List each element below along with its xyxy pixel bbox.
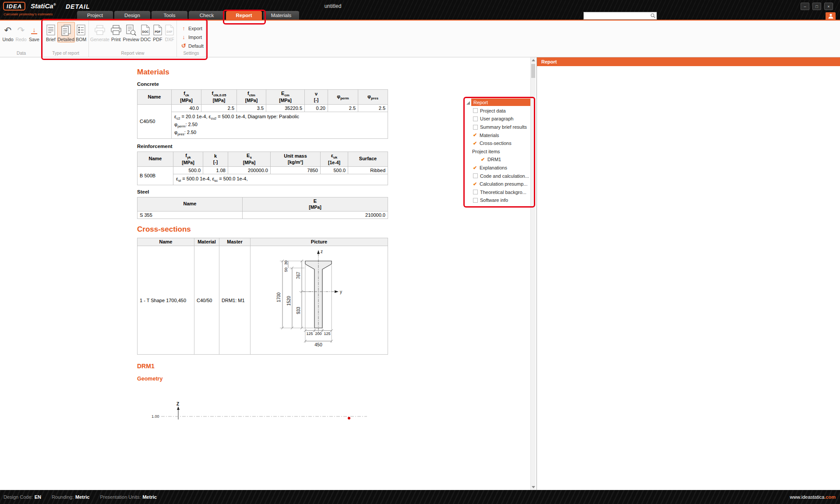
ribbon-group-type-of-report: Brief Detailed BOM Type of report [43, 21, 89, 57]
search-input[interactable] [584, 13, 650, 19]
scroll-up-icon[interactable] [532, 59, 535, 61]
tree-item-report[interactable]: Report [471, 99, 531, 106]
material-name-cell: B 500B [138, 166, 173, 185]
ribbon-tabs: Project Design Tools Check Report Materi… [77, 11, 299, 20]
user-account-button[interactable] [826, 12, 836, 21]
export-dxf-button[interactable]: DXF DXF [164, 22, 176, 42]
header-cell: E[MPa] [243, 197, 388, 211]
tab-tools[interactable]: Tools [152, 11, 187, 20]
close-button[interactable]: × [824, 3, 833, 10]
tab-design[interactable]: Design [114, 11, 150, 20]
tab-project[interactable]: Project [77, 11, 113, 20]
header-cell: Es[MPa] [228, 152, 271, 166]
checkbox-unchecked[interactable] [473, 108, 478, 113]
tree-item-project-data[interactable]: Project data [466, 107, 531, 115]
logo-statica: StatiCa® [31, 2, 56, 10]
search-box [583, 12, 657, 20]
dim-450: 450 [314, 342, 322, 347]
design-code-status: Design Code: EN [4, 494, 41, 500]
tree-item-summary-brief-results[interactable]: Summary brief results [466, 123, 531, 131]
checkbox-unchecked[interactable] [473, 116, 478, 121]
tab-check[interactable]: Check [189, 11, 225, 20]
logo-tagline: Calculate yesterday's estimates [4, 12, 53, 16]
material-notes-cell: εc2 = 20.0 1e-4, εcu2 = 500.0 1e-4, Diag… [172, 112, 388, 138]
dim-125-right: 125 [324, 331, 330, 336]
print-button[interactable]: Print [109, 22, 122, 42]
tree-group-project-items: Project items [466, 148, 531, 156]
checkbox-unchecked[interactable] [473, 198, 478, 203]
preview-button[interactable]: Preview [122, 22, 139, 42]
save-button[interactable]: ↓ Save [28, 22, 41, 42]
minimize-button[interactable]: – [801, 3, 809, 10]
tree-item-code-and-calculation[interactable]: Code and calculation... [466, 172, 531, 180]
scroll-down-icon[interactable] [532, 486, 535, 488]
checkbox-unchecked[interactable] [473, 190, 478, 194]
value-cell: 3.5 [237, 105, 266, 112]
detailed-report-button[interactable]: Detailed [57, 22, 75, 42]
export-settings-button[interactable]: ↑ Export [177, 24, 205, 32]
header-cell: Name [138, 197, 243, 211]
checkmark-icon[interactable]: ✔ [473, 166, 478, 170]
svg-text:PDF: PDF [155, 30, 160, 33]
app-window: IDEA StatiCa® Calculate yesterday's esti… [0, 0, 840, 504]
header-cell: Name [138, 90, 172, 105]
cross-sections-heading: Cross-sections [137, 225, 388, 234]
checkmark-icon[interactable]: ✔ [473, 133, 478, 137]
maximize-button[interactable]: □ [812, 3, 821, 10]
print-icon [110, 23, 122, 37]
steel-table: Name E[MPa] S 355 210000.0 [137, 197, 388, 219]
tree-item-drm1[interactable]: ✔DRM1 [466, 155, 531, 164]
tree-item-explanations[interactable]: ✔Explanations [466, 164, 531, 172]
tab-materials[interactable]: Materials [263, 11, 299, 20]
checkmark-icon[interactable]: ✔ [481, 157, 486, 162]
dim-50: 50 [284, 268, 288, 272]
generate-button[interactable]: Generate [90, 22, 109, 42]
export-icon: ↑ [181, 25, 186, 31]
website-link[interactable]: www.ideastatica.com [790, 494, 836, 500]
scrollbar-thumb[interactable] [531, 64, 535, 78]
value-cell: 2.5 [328, 105, 358, 112]
cross-section-master-cell: DRM1: M1 [219, 246, 251, 355]
value-cell: 200000.0 [228, 166, 271, 174]
header-cell: Surface [348, 152, 388, 166]
export-pdf-button[interactable]: PDF PDF [152, 22, 163, 42]
redo-button[interactable]: ↷ Redo [14, 22, 28, 42]
checkbox-unchecked[interactable] [473, 173, 478, 178]
export-doc-button[interactable]: DOC DOC [140, 22, 152, 42]
import-icon: ↓ [181, 34, 186, 40]
geometry-heading: Geometry [137, 376, 388, 382]
registered-mark: ® [53, 3, 56, 7]
redo-icon: ↷ [18, 26, 25, 35]
tree-item-theoretical-background[interactable]: Theoretical backgro... [466, 188, 531, 197]
header-cell: k[-] [203, 152, 228, 166]
cross-section-name-cell: 1 - T Shape 1700,450 [138, 246, 194, 355]
checkmark-icon[interactable]: ✔ [473, 182, 478, 187]
tree-item-software-info[interactable]: Software info [466, 196, 531, 204]
checkbox-unchecked[interactable] [473, 125, 478, 130]
expander-icon[interactable] [466, 101, 470, 105]
header-cell: Unit mass[kg/m³] [271, 152, 321, 166]
undo-button[interactable]: ↶ Undo [1, 22, 14, 42]
tree-item-calculation-presumptions[interactable]: ✔Calculation presump... [466, 180, 531, 188]
geometry-axis-z-label: Z [176, 402, 179, 406]
geometry-scale-label: 1.00 [152, 414, 159, 419]
document-scrollbar[interactable] [530, 57, 536, 490]
default-settings-button[interactable]: ↺ Default [177, 42, 205, 50]
tree-item-cross-sections[interactable]: ✔Cross-sections [466, 139, 531, 148]
bom-report-icon [77, 23, 85, 37]
tree-item-user-paragraph[interactable]: User paragraph [466, 115, 531, 123]
search-icon[interactable] [650, 13, 656, 18]
value-cell: 210000.0 [243, 211, 388, 219]
checkmark-icon[interactable]: ✔ [473, 141, 478, 146]
value-cell: 35220.5 [266, 105, 305, 112]
geometry-drawing: Z 1.00 [137, 401, 382, 421]
header-cell: Picture [251, 238, 388, 246]
header-cell: fck[MPa] [172, 90, 201, 105]
tab-report[interactable]: Report [226, 11, 262, 20]
import-settings-button[interactable]: ↓ Import [177, 33, 205, 41]
bom-report-button[interactable]: BOM [75, 22, 88, 42]
tree-item-materials[interactable]: ✔Materials [466, 131, 531, 139]
brief-report-button[interactable]: Brief [44, 22, 57, 42]
svg-text:DXF: DXF [167, 30, 173, 33]
axis-y-label: y [340, 289, 342, 294]
